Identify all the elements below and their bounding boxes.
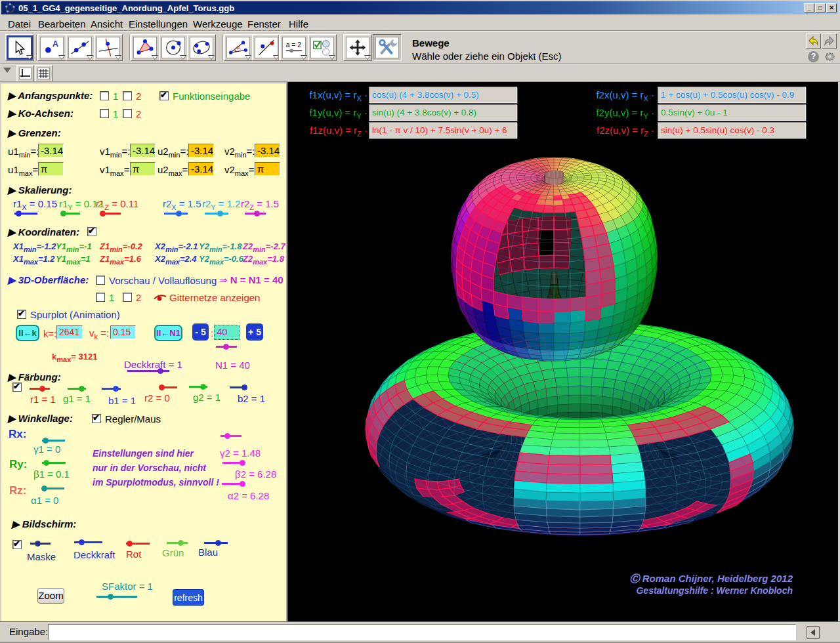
svg-text:α: α <box>236 44 240 51</box>
svg-text:a = 2: a = 2 <box>286 41 302 49</box>
svg-text:A: A <box>52 39 58 49</box>
